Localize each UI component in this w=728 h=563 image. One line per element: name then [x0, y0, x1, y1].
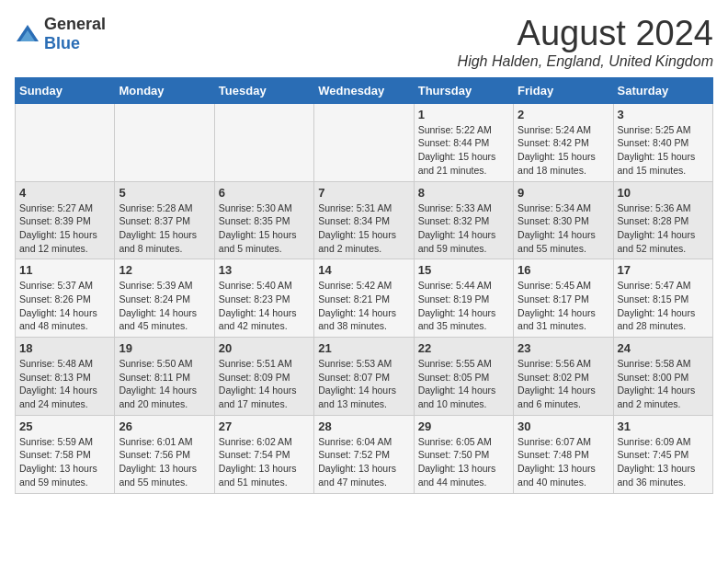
day-info: Sunrise: 5:51 AM Sunset: 8:09 PM Dayligh… — [219, 357, 310, 411]
calendar-cell: 12Sunrise: 5:39 AM Sunset: 8:24 PM Dayli… — [115, 259, 214, 338]
day-info: Sunrise: 5:22 AM Sunset: 8:44 PM Dayligh… — [418, 123, 509, 178]
calendar-cell: 19Sunrise: 5:50 AM Sunset: 8:11 PM Dayli… — [115, 338, 214, 416]
day-number: 19 — [119, 341, 210, 355]
day-number: 5 — [119, 186, 210, 200]
calendar-subtitle: High Halden, England, United Kingdom — [458, 53, 713, 70]
weekday-header: Thursday — [414, 77, 513, 103]
day-number: 18 — [19, 341, 110, 355]
day-number: 8 — [418, 186, 509, 200]
calendar-week-row: 1Sunrise: 5:22 AM Sunset: 8:44 PM Daylig… — [16, 103, 713, 181]
calendar-cell: 4Sunrise: 5:27 AM Sunset: 8:39 PM Daylig… — [16, 181, 115, 259]
day-number: 3 — [618, 108, 709, 121]
calendar-cell: 17Sunrise: 5:47 AM Sunset: 8:15 PM Dayli… — [613, 259, 712, 338]
day-info: Sunrise: 5:42 AM Sunset: 8:21 PM Dayligh… — [318, 279, 409, 333]
day-info: Sunrise: 5:59 AM Sunset: 7:58 PM Dayligh… — [19, 435, 110, 489]
calendar-cell: 25Sunrise: 5:59 AM Sunset: 7:58 PM Dayli… — [16, 415, 115, 493]
day-number: 4 — [19, 186, 110, 200]
calendar-cell: 13Sunrise: 5:40 AM Sunset: 8:23 PM Dayli… — [214, 259, 313, 338]
calendar-cell: 28Sunrise: 6:04 AM Sunset: 7:52 PM Dayli… — [314, 415, 414, 493]
calendar-body: 1Sunrise: 5:22 AM Sunset: 8:44 PM Daylig… — [16, 103, 713, 493]
day-number: 28 — [318, 419, 409, 433]
day-info: Sunrise: 5:47 AM Sunset: 8:15 PM Dayligh… — [618, 279, 709, 333]
day-info: Sunrise: 5:56 AM Sunset: 8:02 PM Dayligh… — [518, 357, 609, 411]
day-number: 13 — [219, 263, 310, 277]
header: General Blue August 2024 High Halden, En… — [15, 15, 713, 70]
calendar-cell: 10Sunrise: 5:36 AM Sunset: 8:28 PM Dayli… — [613, 181, 712, 259]
calendar-cell: 7Sunrise: 5:31 AM Sunset: 8:34 PM Daylig… — [314, 181, 414, 259]
day-number: 6 — [219, 186, 310, 200]
day-info: Sunrise: 5:40 AM Sunset: 8:23 PM Dayligh… — [219, 279, 310, 333]
weekday-header: Friday — [514, 77, 613, 103]
calendar-cell: 20Sunrise: 5:51 AM Sunset: 8:09 PM Dayli… — [214, 338, 313, 416]
day-number: 24 — [618, 341, 709, 355]
calendar-cell: 1Sunrise: 5:22 AM Sunset: 8:44 PM Daylig… — [414, 103, 513, 181]
weekday-header: Sunday — [16, 77, 115, 103]
day-info: Sunrise: 5:24 AM Sunset: 8:42 PM Dayligh… — [518, 123, 609, 178]
calendar-table: SundayMondayTuesdayWednesdayThursdayFrid… — [15, 77, 713, 494]
calendar-cell: 30Sunrise: 6:07 AM Sunset: 7:48 PM Dayli… — [514, 415, 613, 493]
calendar-header: SundayMondayTuesdayWednesdayThursdayFrid… — [16, 77, 713, 103]
day-number: 20 — [219, 341, 310, 355]
calendar-cell: 9Sunrise: 5:34 AM Sunset: 8:30 PM Daylig… — [514, 181, 613, 259]
day-number: 17 — [618, 263, 709, 277]
day-info: Sunrise: 5:31 AM Sunset: 8:34 PM Dayligh… — [318, 201, 409, 256]
day-number: 27 — [219, 419, 310, 433]
weekday-header-row: SundayMondayTuesdayWednesdayThursdayFrid… — [16, 77, 713, 103]
day-info: Sunrise: 6:01 AM Sunset: 7:56 PM Dayligh… — [119, 435, 210, 489]
day-info: Sunrise: 5:45 AM Sunset: 8:17 PM Dayligh… — [518, 279, 609, 333]
calendar-cell: 16Sunrise: 5:45 AM Sunset: 8:17 PM Dayli… — [514, 259, 613, 338]
day-number: 12 — [119, 263, 210, 277]
calendar-title: August 2024 — [458, 15, 713, 53]
day-info: Sunrise: 5:30 AM Sunset: 8:35 PM Dayligh… — [219, 201, 310, 256]
day-info: Sunrise: 6:04 AM Sunset: 7:52 PM Dayligh… — [318, 435, 409, 489]
day-info: Sunrise: 5:50 AM Sunset: 8:11 PM Dayligh… — [119, 357, 210, 411]
calendar-cell: 14Sunrise: 5:42 AM Sunset: 8:21 PM Dayli… — [314, 259, 414, 338]
logo: General Blue — [15, 15, 106, 53]
calendar-cell: 23Sunrise: 5:56 AM Sunset: 8:02 PM Dayli… — [514, 338, 613, 416]
day-info: Sunrise: 6:07 AM Sunset: 7:48 PM Dayligh… — [518, 435, 609, 489]
calendar-week-row: 25Sunrise: 5:59 AM Sunset: 7:58 PM Dayli… — [16, 415, 713, 493]
day-info: Sunrise: 5:27 AM Sunset: 8:39 PM Dayligh… — [19, 201, 110, 256]
calendar-cell: 2Sunrise: 5:24 AM Sunset: 8:42 PM Daylig… — [514, 103, 613, 181]
day-number: 10 — [618, 186, 709, 200]
day-number: 1 — [418, 108, 509, 121]
day-number: 23 — [518, 341, 609, 355]
calendar-cell: 3Sunrise: 5:25 AM Sunset: 8:40 PM Daylig… — [613, 103, 712, 181]
day-info: Sunrise: 5:39 AM Sunset: 8:24 PM Dayligh… — [119, 279, 210, 333]
day-number: 11 — [19, 263, 110, 277]
calendar-week-row: 11Sunrise: 5:37 AM Sunset: 8:26 PM Dayli… — [16, 259, 713, 338]
calendar-cell: 6Sunrise: 5:30 AM Sunset: 8:35 PM Daylig… — [214, 181, 313, 259]
day-info: Sunrise: 5:58 AM Sunset: 8:00 PM Dayligh… — [618, 357, 709, 411]
day-info: Sunrise: 5:37 AM Sunset: 8:26 PM Dayligh… — [19, 279, 110, 333]
calendar-cell: 26Sunrise: 6:01 AM Sunset: 7:56 PM Dayli… — [115, 415, 214, 493]
day-info: Sunrise: 5:44 AM Sunset: 8:19 PM Dayligh… — [418, 279, 509, 333]
day-number: 2 — [518, 108, 609, 121]
calendar-cell — [314, 103, 414, 181]
day-number: 29 — [418, 419, 509, 433]
day-info: Sunrise: 5:36 AM Sunset: 8:28 PM Dayligh… — [618, 201, 709, 256]
logo-icon — [15, 21, 40, 47]
day-info: Sunrise: 6:02 AM Sunset: 7:54 PM Dayligh… — [219, 435, 310, 489]
weekday-header: Wednesday — [314, 77, 414, 103]
weekday-header: Saturday — [613, 77, 712, 103]
calendar-cell — [214, 103, 313, 181]
calendar-cell — [115, 103, 214, 181]
day-number: 9 — [518, 186, 609, 200]
logo-general: General — [44, 15, 106, 33]
day-info: Sunrise: 5:25 AM Sunset: 8:40 PM Dayligh… — [618, 123, 709, 178]
day-info: Sunrise: 6:09 AM Sunset: 7:45 PM Dayligh… — [618, 435, 709, 489]
calendar-cell: 29Sunrise: 6:05 AM Sunset: 7:50 PM Dayli… — [414, 415, 513, 493]
day-number: 15 — [418, 263, 509, 277]
weekday-header: Monday — [115, 77, 214, 103]
day-number: 26 — [119, 419, 210, 433]
calendar-cell: 15Sunrise: 5:44 AM Sunset: 8:19 PM Dayli… — [414, 259, 513, 338]
day-number: 21 — [318, 341, 409, 355]
day-info: Sunrise: 5:55 AM Sunset: 8:05 PM Dayligh… — [418, 357, 509, 411]
calendar-cell: 24Sunrise: 5:58 AM Sunset: 8:00 PM Dayli… — [613, 338, 712, 416]
day-info: Sunrise: 5:28 AM Sunset: 8:37 PM Dayligh… — [119, 201, 210, 256]
calendar-cell: 11Sunrise: 5:37 AM Sunset: 8:26 PM Dayli… — [16, 259, 115, 338]
day-info: Sunrise: 5:34 AM Sunset: 8:30 PM Dayligh… — [518, 201, 609, 256]
day-number: 31 — [618, 419, 709, 433]
day-info: Sunrise: 5:48 AM Sunset: 8:13 PM Dayligh… — [19, 357, 110, 411]
day-number: 16 — [518, 263, 609, 277]
